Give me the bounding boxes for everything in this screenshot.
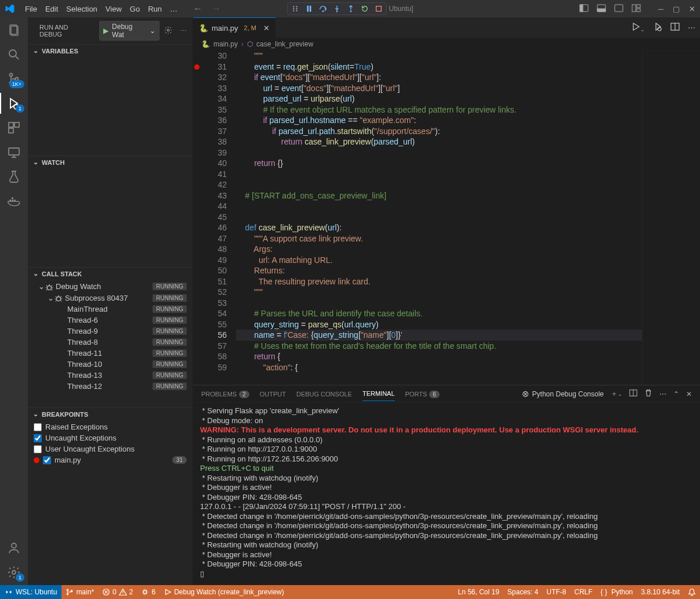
- callstack-row[interactable]: Thread-12RUNNING: [28, 381, 193, 392]
- layout-toggle-right-icon[interactable]: [614, 3, 623, 15]
- testing-icon[interactable]: [7, 169, 21, 183]
- breakpoint-marker-icon[interactable]: [194, 64, 200, 70]
- callstack-row[interactable]: Thread-8RUNNING: [28, 337, 193, 348]
- callstack-row[interactable]: Thread-10RUNNING: [28, 359, 193, 370]
- panel-maximize-icon[interactable]: ⌃: [673, 390, 679, 398]
- callstack-row[interactable]: ⌄Debug WatchRUNNING: [28, 281, 193, 293]
- panel-more-icon[interactable]: ⋯: [659, 390, 666, 398]
- step-out-icon[interactable]: [346, 5, 354, 13]
- terminal-profile-label[interactable]: Python Debug Console: [521, 390, 604, 398]
- customize-layout-icon[interactable]: [632, 3, 641, 15]
- new-terminal-icon[interactable]: ＋⌄: [611, 389, 622, 399]
- step-over-icon[interactable]: [318, 5, 327, 13]
- status-interpreter[interactable]: 3.8.10 64-bit: [637, 588, 684, 596]
- window-close-icon[interactable]: ✕: [689, 5, 695, 13]
- restart-icon[interactable]: [360, 5, 368, 13]
- breakpoint-option[interactable]: User Uncaught Exceptions: [28, 443, 193, 454]
- split-terminal-icon[interactable]: [629, 389, 637, 399]
- breakpoint-checkbox[interactable]: [34, 423, 42, 431]
- terminal[interactable]: * Serving Flask app 'create_link_preview…: [193, 403, 700, 585]
- callstack-row[interactable]: ⌄Subprocess 80437RUNNING: [28, 293, 193, 304]
- menu-go[interactable]: Go: [126, 5, 144, 13]
- tab-close-icon[interactable]: ✕: [263, 24, 270, 33]
- status-cursor[interactable]: Ln 56, Col 19: [454, 588, 503, 596]
- variables-section-header[interactable]: ⌄VARIABLES: [28, 45, 193, 57]
- remote-explorer-icon[interactable]: [7, 145, 21, 159]
- more-actions-icon[interactable]: ⋯: [180, 27, 187, 35]
- extensions-icon[interactable]: [7, 121, 21, 135]
- menu-edit[interactable]: Edit: [41, 5, 62, 13]
- editor-more-icon[interactable]: ⋯: [688, 23, 695, 32]
- panel-tab-debug-console[interactable]: DEBUG CONSOLE: [296, 387, 352, 401]
- breakpoint-checkbox[interactable]: [43, 456, 51, 464]
- status-remote[interactable]: WSL: Ubuntu: [0, 585, 61, 599]
- stop-icon[interactable]: [374, 5, 382, 13]
- minimap[interactable]: [642, 50, 700, 385]
- watch-section-header[interactable]: ⌄WATCH: [28, 156, 193, 168]
- callstack-row[interactable]: Thread-6RUNNING: [28, 315, 193, 326]
- panel-tab-ports[interactable]: PORTS6: [405, 387, 440, 401]
- status-debug-session[interactable]: Debug Watch (create_link_preview): [159, 585, 288, 599]
- settings-gear-icon[interactable]: 1: [7, 565, 21, 579]
- accounts-icon[interactable]: [7, 541, 21, 555]
- breakpoint-option[interactable]: Raised Exceptions: [28, 421, 193, 432]
- nav-forward-icon[interactable]: →: [212, 3, 221, 14]
- callstack-row[interactable]: Thread-13RUNNING: [28, 370, 193, 381]
- debug-launch-icon[interactable]: [653, 22, 662, 33]
- kill-terminal-icon[interactable]: [644, 389, 652, 399]
- debug-config-dropdown[interactable]: ▶ Debug Wat ⌄: [99, 21, 159, 41]
- docker-icon[interactable]: [7, 194, 21, 208]
- panel-tab-problems[interactable]: PROBLEMS2: [201, 387, 249, 401]
- panel-tab-output[interactable]: OUTPUT: [260, 387, 286, 401]
- status-badge: RUNNING: [153, 316, 187, 324]
- breakpoint-checkbox[interactable]: [34, 434, 42, 442]
- status-ports[interactable]: 6: [137, 585, 159, 599]
- breadcrumb[interactable]: 🐍 main.py › ⬡ case_link_preview: [193, 38, 700, 50]
- menu-run[interactable]: Run: [144, 5, 166, 13]
- status-language[interactable]: { }Python: [597, 588, 637, 596]
- panel-close-icon[interactable]: ✕: [686, 390, 692, 398]
- pause-icon[interactable]: [304, 5, 313, 13]
- breakpoints-section-header[interactable]: ⌄BREAKPOINTS: [28, 408, 193, 420]
- status-indent[interactable]: Spaces: 4: [503, 588, 542, 596]
- svg-point-39: [57, 297, 61, 301]
- status-notifications-icon[interactable]: [684, 588, 700, 596]
- search-icon[interactable]: [7, 48, 21, 62]
- source-control-icon[interactable]: 1K+: [7, 72, 21, 86]
- run-debug-icon[interactable]: 1: [7, 96, 21, 110]
- status-badge: RUNNING: [153, 360, 187, 368]
- explorer-icon[interactable]: [7, 23, 21, 37]
- status-problems[interactable]: 0 2: [98, 585, 137, 599]
- split-editor-icon[interactable]: [670, 22, 680, 33]
- status-encoding[interactable]: UTF-8: [542, 588, 570, 596]
- window-minimize-icon[interactable]: ─: [658, 5, 663, 13]
- callstack-section-header[interactable]: ⌄CALL STACK: [28, 268, 193, 280]
- callstack-row[interactable]: Thread-9RUNNING: [28, 326, 193, 337]
- menu-view[interactable]: View: [101, 5, 126, 13]
- editor-tab[interactable]: 🐍 main.py 2, M ✕: [193, 17, 276, 38]
- scm-badge: 1K+: [9, 80, 24, 88]
- debug-settings-icon[interactable]: [164, 26, 172, 35]
- editor-area[interactable]: 3031323334353637383940414243444546474849…: [193, 50, 700, 385]
- callstack-row[interactable]: MainThreadRUNNING: [28, 304, 193, 315]
- bp-line-badge: 31: [172, 456, 187, 464]
- nav-back-icon[interactable]: ←: [193, 3, 202, 14]
- status-branch[interactable]: main*: [61, 585, 98, 599]
- panel-tab-terminal[interactable]: TERMINAL: [362, 387, 395, 401]
- step-into-icon[interactable]: [332, 5, 340, 13]
- settings-badge: 1: [16, 573, 24, 582]
- callstack-row[interactable]: Thread-11RUNNING: [28, 348, 193, 359]
- menu-file[interactable]: File: [21, 5, 41, 13]
- menu-selection[interactable]: Selection: [62, 5, 101, 13]
- drag-handle-icon[interactable]: [291, 5, 299, 13]
- status-eol[interactable]: CRLF: [570, 588, 596, 596]
- activity-bar: 1K+ 1 1: [0, 17, 28, 585]
- window-maximize-icon[interactable]: ▢: [673, 5, 680, 13]
- breakpoint-file-row[interactable]: main.py31: [28, 454, 193, 466]
- breakpoint-option[interactable]: Uncaught Exceptions: [28, 432, 193, 443]
- layout-toggle-left-icon[interactable]: [579, 3, 589, 15]
- run-file-icon[interactable]: ⌄: [631, 22, 645, 33]
- menu-overflow[interactable]: …: [166, 5, 182, 13]
- breakpoint-checkbox[interactable]: [34, 445, 42, 453]
- layout-toggle-bottom-icon[interactable]: [597, 3, 606, 15]
